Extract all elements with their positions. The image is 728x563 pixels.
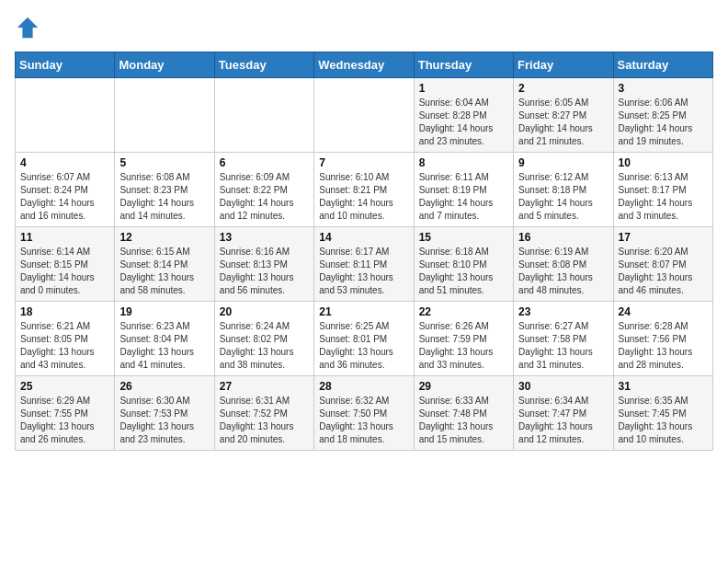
day-number: 9 [518, 156, 608, 169]
calendar-week-row: 11Sunrise: 6:14 AM Sunset: 8:15 PM Dayli… [16, 227, 713, 302]
day-number: 27 [220, 380, 309, 393]
weekday-header: Saturday [613, 52, 712, 78]
day-info: Sunrise: 6:09 AM Sunset: 8:22 PM Dayligh… [220, 171, 309, 223]
day-number: 17 [619, 231, 708, 244]
day-info: Sunrise: 6:34 AM Sunset: 7:47 PM Dayligh… [518, 395, 608, 446]
calendar-week-row: 1Sunrise: 6:04 AM Sunset: 8:28 PM Daylig… [16, 78, 713, 153]
day-info: Sunrise: 6:31 AM Sunset: 7:52 PM Dayligh… [220, 395, 309, 446]
weekday-header-row: SundayMondayTuesdayWednesdayThursdayFrid… [16, 52, 713, 78]
calendar-cell: 22Sunrise: 6:26 AM Sunset: 7:59 PM Dayli… [414, 302, 513, 376]
day-number: 7 [319, 156, 408, 169]
calendar-cell: 16Sunrise: 6:19 AM Sunset: 8:08 PM Dayli… [514, 227, 613, 302]
calendar-cell [214, 78, 313, 153]
calendar-cell: 24Sunrise: 6:28 AM Sunset: 7:56 PM Dayli… [613, 302, 712, 376]
weekday-header: Friday [514, 52, 613, 78]
day-number: 6 [220, 156, 309, 169]
day-number: 22 [419, 305, 508, 318]
calendar-cell: 4Sunrise: 6:07 AM Sunset: 8:24 PM Daylig… [16, 153, 115, 227]
day-number: 29 [419, 380, 508, 393]
day-number: 30 [518, 380, 608, 393]
calendar-cell: 6Sunrise: 6:09 AM Sunset: 8:22 PM Daylig… [214, 153, 313, 227]
calendar-cell: 7Sunrise: 6:10 AM Sunset: 8:21 PM Daylig… [314, 153, 414, 227]
day-number: 18 [20, 305, 109, 318]
logo [15, 15, 44, 40]
day-number: 28 [319, 380, 408, 393]
day-number: 2 [518, 82, 608, 95]
day-number: 12 [119, 231, 209, 244]
calendar-cell: 17Sunrise: 6:20 AM Sunset: 8:07 PM Dayli… [613, 227, 712, 302]
svg-marker-0 [17, 17, 38, 38]
day-number: 31 [619, 380, 708, 393]
day-info: Sunrise: 6:12 AM Sunset: 8:18 PM Dayligh… [518, 171, 608, 223]
calendar-cell: 13Sunrise: 6:16 AM Sunset: 8:13 PM Dayli… [214, 227, 313, 302]
calendar-week-row: 18Sunrise: 6:21 AM Sunset: 8:05 PM Dayli… [16, 302, 713, 376]
calendar-cell: 2Sunrise: 6:05 AM Sunset: 8:27 PM Daylig… [514, 78, 613, 153]
day-number: 11 [20, 231, 109, 244]
day-number: 3 [619, 82, 708, 95]
day-info: Sunrise: 6:10 AM Sunset: 8:21 PM Dayligh… [319, 171, 408, 223]
calendar-week-row: 4Sunrise: 6:07 AM Sunset: 8:24 PM Daylig… [16, 153, 713, 227]
calendar-cell: 11Sunrise: 6:14 AM Sunset: 8:15 PM Dayli… [16, 227, 115, 302]
day-number: 23 [518, 305, 608, 318]
day-number: 13 [220, 231, 309, 244]
day-info: Sunrise: 6:13 AM Sunset: 8:17 PM Dayligh… [619, 171, 708, 223]
day-info: Sunrise: 6:11 AM Sunset: 8:19 PM Dayligh… [419, 171, 508, 223]
day-info: Sunrise: 6:26 AM Sunset: 7:59 PM Dayligh… [419, 320, 508, 372]
logo-icon [15, 15, 40, 40]
calendar-table: SundayMondayTuesdayWednesdayThursdayFrid… [15, 52, 713, 451]
calendar-cell: 21Sunrise: 6:25 AM Sunset: 8:01 PM Dayli… [314, 302, 414, 376]
day-info: Sunrise: 6:16 AM Sunset: 8:13 PM Dayligh… [220, 246, 309, 297]
day-info: Sunrise: 6:24 AM Sunset: 8:02 PM Dayligh… [220, 320, 309, 372]
calendar-cell: 5Sunrise: 6:08 AM Sunset: 8:23 PM Daylig… [115, 153, 214, 227]
calendar-cell: 12Sunrise: 6:15 AM Sunset: 8:14 PM Dayli… [115, 227, 214, 302]
calendar-cell: 26Sunrise: 6:30 AM Sunset: 7:53 PM Dayli… [115, 376, 214, 451]
day-number: 19 [119, 305, 209, 318]
day-info: Sunrise: 6:20 AM Sunset: 8:07 PM Dayligh… [619, 246, 708, 297]
calendar-cell: 1Sunrise: 6:04 AM Sunset: 8:28 PM Daylig… [414, 78, 513, 153]
day-info: Sunrise: 6:19 AM Sunset: 8:08 PM Dayligh… [518, 246, 608, 297]
day-info: Sunrise: 6:28 AM Sunset: 7:56 PM Dayligh… [619, 320, 708, 372]
weekday-header: Thursday [414, 52, 513, 78]
day-number: 1 [419, 82, 508, 95]
day-number: 10 [619, 156, 708, 169]
weekday-header: Sunday [16, 52, 115, 78]
day-number: 8 [419, 156, 508, 169]
calendar-cell: 31Sunrise: 6:35 AM Sunset: 7:45 PM Dayli… [613, 376, 712, 451]
day-number: 5 [119, 156, 209, 169]
day-info: Sunrise: 6:07 AM Sunset: 8:24 PM Dayligh… [20, 171, 109, 223]
calendar-cell: 19Sunrise: 6:23 AM Sunset: 8:04 PM Dayli… [115, 302, 214, 376]
weekday-header: Monday [115, 52, 214, 78]
calendar-cell: 14Sunrise: 6:17 AM Sunset: 8:11 PM Dayli… [314, 227, 414, 302]
calendar-cell: 8Sunrise: 6:11 AM Sunset: 8:19 PM Daylig… [414, 153, 513, 227]
day-info: Sunrise: 6:06 AM Sunset: 8:25 PM Dayligh… [619, 97, 708, 148]
day-info: Sunrise: 6:33 AM Sunset: 7:48 PM Dayligh… [419, 395, 508, 446]
calendar-cell: 23Sunrise: 6:27 AM Sunset: 7:58 PM Dayli… [514, 302, 613, 376]
day-number: 4 [20, 156, 109, 169]
day-info: Sunrise: 6:14 AM Sunset: 8:15 PM Dayligh… [20, 246, 109, 297]
calendar-cell: 10Sunrise: 6:13 AM Sunset: 8:17 PM Dayli… [613, 153, 712, 227]
page-header [15, 15, 713, 40]
calendar-cell: 18Sunrise: 6:21 AM Sunset: 8:05 PM Dayli… [16, 302, 115, 376]
day-info: Sunrise: 6:15 AM Sunset: 8:14 PM Dayligh… [119, 246, 209, 297]
day-info: Sunrise: 6:29 AM Sunset: 7:55 PM Dayligh… [20, 395, 109, 446]
day-info: Sunrise: 6:17 AM Sunset: 8:11 PM Dayligh… [319, 246, 408, 297]
day-info: Sunrise: 6:30 AM Sunset: 7:53 PM Dayligh… [119, 395, 209, 446]
day-info: Sunrise: 6:08 AM Sunset: 8:23 PM Dayligh… [119, 171, 209, 223]
day-number: 15 [419, 231, 508, 244]
calendar-cell: 20Sunrise: 6:24 AM Sunset: 8:02 PM Dayli… [214, 302, 313, 376]
day-number: 24 [619, 305, 708, 318]
calendar-cell [16, 78, 115, 153]
calendar-cell: 28Sunrise: 6:32 AM Sunset: 7:50 PM Dayli… [314, 376, 414, 451]
calendar-cell: 27Sunrise: 6:31 AM Sunset: 7:52 PM Dayli… [214, 376, 313, 451]
calendar-cell: 15Sunrise: 6:18 AM Sunset: 8:10 PM Dayli… [414, 227, 513, 302]
day-info: Sunrise: 6:35 AM Sunset: 7:45 PM Dayligh… [619, 395, 708, 446]
day-number: 25 [20, 380, 109, 393]
day-info: Sunrise: 6:23 AM Sunset: 8:04 PM Dayligh… [119, 320, 209, 372]
day-number: 16 [518, 231, 608, 244]
calendar-week-row: 25Sunrise: 6:29 AM Sunset: 7:55 PM Dayli… [16, 376, 713, 451]
day-number: 21 [319, 305, 408, 318]
day-number: 26 [119, 380, 209, 393]
calendar-cell: 3Sunrise: 6:06 AM Sunset: 8:25 PM Daylig… [613, 78, 712, 153]
calendar-cell: 25Sunrise: 6:29 AM Sunset: 7:55 PM Dayli… [16, 376, 115, 451]
day-info: Sunrise: 6:05 AM Sunset: 8:27 PM Dayligh… [518, 97, 608, 148]
